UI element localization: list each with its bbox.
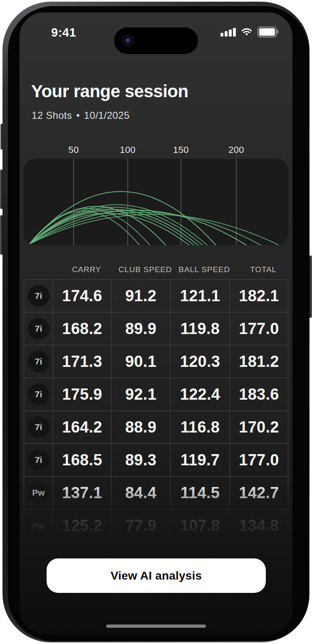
cell-total: 183.6 <box>230 378 288 410</box>
club-cell: Pw <box>24 509 53 542</box>
cell-carry: 137.1 <box>53 477 111 509</box>
cell-total: 142.7 <box>230 477 288 509</box>
cell-ball_speed: 119.8 <box>171 312 230 345</box>
shot-count: 12 Shots <box>32 110 72 121</box>
cell-club_speed: 84.4 <box>111 477 171 509</box>
status-time: 9:41 <box>51 26 84 39</box>
phone-mockup: 9:41 Your range session 12 Shots•10/1/20… <box>0 0 312 644</box>
cell-carry: 125.2 <box>53 509 111 542</box>
club-badge: 7i <box>28 383 50 405</box>
x-tick-150: 150 <box>173 145 189 155</box>
wifi-icon <box>240 27 253 37</box>
club-cell: 7i <box>24 312 53 345</box>
cell-ball_speed: 121.1 <box>171 280 230 312</box>
shot-table[interactable]: 7i174.691.2121.1182.17i168.289.9119.8177… <box>24 279 288 543</box>
table-row: 7i171.390.1120.3181.2 <box>24 345 288 378</box>
status-icons <box>220 27 277 37</box>
cell-ball_speed: 116.8 <box>171 411 230 443</box>
cell-carry: 174.6 <box>53 280 111 312</box>
club-cell: 7i <box>24 378 53 410</box>
table-row: Pw137.184.4114.5142.7 <box>24 477 288 509</box>
cell-total: 177.0 <box>230 444 288 476</box>
cellular-signal-icon <box>220 27 236 37</box>
cell-total: 170.2 <box>230 411 288 443</box>
cell-total: 177.0 <box>230 312 288 345</box>
cell-ball_speed: 114.5 <box>171 477 230 509</box>
cell-ball_speed: 120.3 <box>171 345 230 378</box>
cell-club_speed: 90.1 <box>111 345 171 378</box>
cell-carry: 175.9 <box>53 378 111 410</box>
table-row: 7i168.289.9119.8177.0 <box>24 312 288 345</box>
club-badge: 7i <box>28 285 50 307</box>
cell-club_speed: 92.1 <box>111 378 171 410</box>
col-carry: CARRY <box>72 265 101 274</box>
cell-club_speed: 88.9 <box>111 411 171 443</box>
front-camera-icon <box>122 34 134 47</box>
page-title: Your range session <box>31 81 188 101</box>
session-date: 10/1/2025 <box>84 110 129 121</box>
club-badge: 7i <box>28 416 50 438</box>
home-indicator[interactable] <box>106 624 206 628</box>
cell-ball_speed: 122.4 <box>171 378 230 410</box>
x-tick-100: 100 <box>120 145 136 155</box>
club-cell: 7i <box>24 411 53 443</box>
col-club-speed: CLUB SPEED <box>119 265 172 274</box>
bullet-separator: • <box>76 110 80 121</box>
club-badge: Pw <box>28 482 50 504</box>
table-row: Pw125.277.9107.8134.8 <box>24 509 288 542</box>
cell-carry: 168.5 <box>53 444 111 476</box>
trajectory-chart <box>24 159 288 245</box>
dynamic-island <box>114 27 198 54</box>
club-cell: Pw <box>24 477 53 509</box>
trajectory-svg <box>24 159 288 245</box>
cell-club_speed: 89.9 <box>111 312 171 345</box>
table-row: 7i175.992.1122.4183.6 <box>24 378 288 411</box>
session-meta: 12 Shots•10/1/2025 <box>32 110 129 121</box>
table-row: 7i164.288.9116.8170.2 <box>24 411 288 444</box>
cell-ball_speed: 107.8 <box>171 509 230 542</box>
cell-ball_speed: 119.7 <box>171 444 230 476</box>
club-badge: 7i <box>28 318 50 339</box>
col-ball-speed: BALL SPEED <box>178 265 230 274</box>
table-header: CARRY CLUB SPEED BALL SPEED TOTAL <box>24 265 288 277</box>
club-badge: Pw <box>28 515 50 537</box>
x-tick-200: 200 <box>228 145 244 155</box>
cell-club_speed: 77.9 <box>111 509 171 542</box>
club-badge: 7i <box>28 351 50 372</box>
cell-total: 181.2 <box>230 345 288 378</box>
cell-total: 134.8 <box>230 509 288 542</box>
club-cell: 7i <box>24 280 53 312</box>
cell-carry: 171.3 <box>53 345 111 378</box>
club-badge: 7i <box>28 449 50 471</box>
col-total: TOTAL <box>250 265 276 274</box>
table-row: 7i168.589.3119.7177.0 <box>24 444 288 477</box>
cell-club_speed: 91.2 <box>111 280 171 312</box>
screen: 9:41 Your range session 12 Shots•10/1/20… <box>20 12 292 634</box>
cell-total: 182.1 <box>230 280 288 312</box>
view-ai-analysis-button[interactable]: View AI analysis <box>47 558 266 593</box>
club-cell: 7i <box>24 444 53 476</box>
club-cell: 7i <box>24 345 53 378</box>
cell-club_speed: 89.3 <box>111 444 171 476</box>
x-tick-50: 50 <box>68 145 79 155</box>
cell-carry: 168.2 <box>53 312 111 345</box>
cell-carry: 164.2 <box>53 411 111 443</box>
battery-icon <box>258 27 277 37</box>
table-row: 7i174.691.2121.1182.1 <box>24 280 288 312</box>
